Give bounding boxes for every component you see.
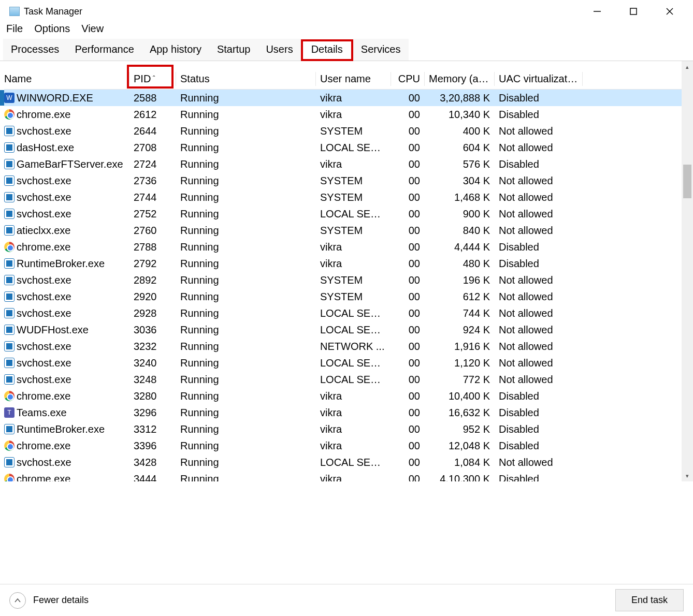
minimize-button[interactable]	[579, 1, 615, 22]
menu-file[interactable]: File	[4, 22, 25, 36]
cell-status: Running	[176, 157, 316, 171]
cell-name: GameBarFTServer.exe	[0, 157, 129, 171]
cell-memory: 840 K	[425, 224, 495, 238]
cell-status: Running	[176, 224, 316, 238]
cell-user: vikra	[316, 389, 391, 403]
maximize-button[interactable]	[615, 1, 652, 22]
table-row[interactable]: svchost.exe2928RunningLOCAL SERV...00744…	[0, 305, 693, 321]
process-icon	[4, 391, 15, 401]
tab-app-history[interactable]: App history	[142, 39, 209, 61]
header-memory[interactable]: Memory (ac...	[425, 72, 495, 86]
table-row[interactable]: svchost.exe3232RunningNETWORK ...001,916…	[0, 338, 693, 355]
cell-cpu: 00	[391, 456, 425, 470]
process-name: chrome.exe	[17, 440, 71, 452]
left-edge-decoration	[0, 61, 4, 481]
process-icon	[4, 142, 15, 153]
table-row[interactable]: svchost.exe3248RunningLOCAL SERV...00772…	[0, 371, 693, 388]
table-row[interactable]: WWINWORD.EXE2588Runningvikra003,20,888 K…	[0, 90, 693, 106]
cell-cpu: 00	[391, 389, 425, 403]
cell-name: svchost.exe	[0, 290, 129, 304]
cell-uac: Not allowed	[495, 141, 583, 155]
table-row[interactable]: RuntimeBroker.exe2792Runningvikra00480 K…	[0, 255, 693, 272]
cell-cpu: 00	[391, 257, 425, 271]
table-row[interactable]: dasHost.exe2708RunningLOCAL SERV...00604…	[0, 139, 693, 156]
end-task-button[interactable]: End task	[615, 589, 684, 611]
menu-options[interactable]: Options	[32, 22, 72, 36]
cell-memory: 612 K	[425, 290, 495, 304]
cell-name: WUDFHost.exe	[0, 323, 129, 337]
footer: Fewer details End task	[0, 584, 693, 616]
table-row[interactable]: chrome.exe3444Runningvikra004,10,300 KDi…	[0, 471, 693, 481]
cell-pid: 2724	[129, 157, 176, 171]
cell-cpu: 00	[391, 190, 425, 204]
fewer-details-label[interactable]: Fewer details	[33, 595, 89, 606]
cell-cpu: 00	[391, 290, 425, 304]
process-name: svchost.exe	[17, 374, 71, 386]
table-row[interactable]: GameBarFTServer.exe2724Runningvikra00576…	[0, 156, 693, 172]
tab-processes[interactable]: Processes	[3, 39, 67, 61]
process-icon	[4, 258, 15, 269]
cell-name: RuntimeBroker.exe	[0, 257, 129, 271]
table-row[interactable]: chrome.exe3280Runningvikra0010,400 KDisa…	[0, 388, 693, 404]
cell-cpu: 00	[391, 141, 425, 155]
vertical-scrollbar[interactable]: ▴ ▾	[682, 61, 693, 481]
menu-view[interactable]: View	[79, 22, 106, 36]
cell-name: svchost.exe	[0, 190, 129, 204]
header-name[interactable]: Name	[0, 72, 129, 86]
cell-pid: 3240	[129, 356, 176, 370]
cell-status: Running	[176, 323, 316, 337]
process-name: RuntimeBroker.exe	[17, 423, 105, 435]
cell-user: LOCAL SERV...	[316, 306, 391, 320]
table-row[interactable]: svchost.exe2920RunningSYSTEM00612 KNot a…	[0, 288, 693, 305]
chevron-up-icon	[14, 597, 21, 604]
table-row[interactable]: TTeams.exe3296Runningvikra0016,632 KDisa…	[0, 404, 693, 421]
scroll-down-icon[interactable]: ▾	[682, 470, 693, 481]
header-uac[interactable]: UAC virtualizati...	[495, 72, 583, 86]
header-status[interactable]: Status	[176, 72, 316, 86]
table-row[interactable]: chrome.exe2788Runningvikra004,444 KDisab…	[0, 239, 693, 255]
tab-users[interactable]: Users	[258, 39, 300, 61]
table-row[interactable]: chrome.exe2612Runningvikra0010,340 KDisa…	[0, 106, 693, 123]
header-pid[interactable]: PID⌃	[129, 72, 176, 86]
table-row[interactable]: WUDFHost.exe3036RunningLOCAL SERV...0092…	[0, 321, 693, 338]
process-icon	[4, 308, 15, 318]
table-row[interactable]: atieclxx.exe2760RunningSYSTEM00840 KNot …	[0, 222, 693, 239]
cell-pid: 3312	[129, 422, 176, 436]
tab-details[interactable]: Details	[301, 39, 353, 61]
close-button[interactable]	[652, 1, 688, 22]
table-row[interactable]: chrome.exe3396Runningvikra0012,048 KDisa…	[0, 437, 693, 454]
process-icon: W	[4, 93, 15, 103]
table-row[interactable]: svchost.exe2752RunningLOCAL SERV...00900…	[0, 206, 693, 222]
tab-services[interactable]: Services	[353, 39, 409, 61]
app-icon	[9, 7, 20, 16]
tab-startup[interactable]: Startup	[209, 39, 258, 61]
cell-pid: 2744	[129, 190, 176, 204]
tab-performance[interactable]: Performance	[67, 39, 142, 61]
cell-uac: Not allowed	[495, 273, 583, 287]
header-cpu[interactable]: CPU	[391, 72, 425, 86]
process-icon	[4, 374, 15, 385]
table-row[interactable]: svchost.exe2736RunningSYSTEM00304 KNot a…	[0, 172, 693, 189]
cell-cpu: 00	[391, 224, 425, 238]
table-row[interactable]: svchost.exe3240RunningLOCAL SERV...001,1…	[0, 355, 693, 371]
table-row[interactable]: RuntimeBroker.exe3312Runningvikra00952 K…	[0, 421, 693, 437]
cell-memory: 1,120 K	[425, 356, 495, 370]
cell-status: Running	[176, 240, 316, 254]
cell-cpu: 00	[391, 240, 425, 254]
process-icon: T	[4, 407, 15, 418]
table-row[interactable]: svchost.exe2892RunningSYSTEM00196 KNot a…	[0, 272, 693, 288]
cell-memory: 3,20,888 K	[425, 91, 495, 105]
cell-cpu: 00	[391, 273, 425, 287]
table-row[interactable]: svchost.exe3428RunningLOCAL SERV...001,0…	[0, 454, 693, 471]
sort-ascending-icon: ⌃	[152, 75, 156, 80]
scroll-up-icon[interactable]: ▴	[682, 61, 693, 72]
cell-uac: Not allowed	[495, 456, 583, 470]
process-name: svchost.exe	[17, 125, 71, 137]
fewer-details-button[interactable]	[9, 592, 26, 609]
scroll-thumb[interactable]	[683, 165, 691, 198]
cell-memory: 924 K	[425, 323, 495, 337]
table-row[interactable]: svchost.exe2644RunningSYSTEM00400 KNot a…	[0, 123, 693, 139]
table-row[interactable]: svchost.exe2744RunningSYSTEM001,468 KNot…	[0, 189, 693, 206]
header-user[interactable]: User name	[316, 72, 391, 86]
process-icon	[4, 474, 15, 481]
